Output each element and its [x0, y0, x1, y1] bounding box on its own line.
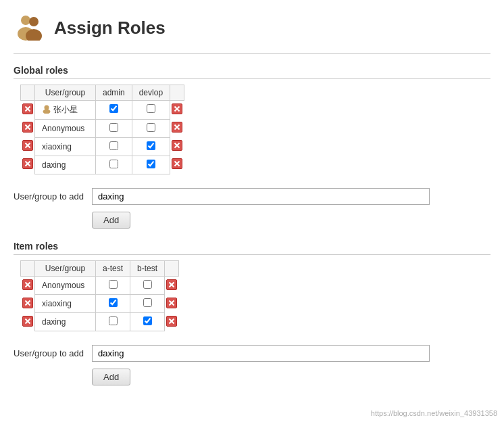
remove-button[interactable]	[166, 279, 177, 290]
table-row: xiaoxing	[21, 137, 184, 156]
remove-button[interactable]	[22, 316, 33, 327]
user-cell: Anonymous	[35, 119, 96, 137]
item-add-input[interactable]	[92, 345, 430, 362]
devlop-checkbox[interactable]	[147, 141, 155, 150]
user-name: daxing	[42, 317, 66, 327]
remove-button[interactable]	[172, 140, 182, 151]
admin-checkbox[interactable]	[109, 160, 118, 168]
devlop-cell	[132, 137, 170, 156]
remove-left-cell	[21, 137, 35, 156]
person-icon	[42, 104, 51, 116]
remove-button[interactable]	[172, 158, 182, 169]
item-add-section: User/group to add	[14, 345, 490, 362]
col-header-admin: admin	[96, 85, 132, 101]
remove-right-cell	[165, 313, 179, 331]
remove-right-cell	[165, 276, 179, 295]
user-cell: 张小星	[35, 101, 96, 120]
svg-point-0	[21, 16, 30, 25]
remove-left-cell	[21, 313, 35, 331]
table-row: xiaoxing	[21, 295, 179, 313]
user-name: daxing	[42, 160, 66, 170]
remove-left-cell	[21, 295, 35, 313]
remove-button[interactable]	[166, 316, 177, 327]
table-row: Anonymous	[21, 276, 179, 295]
btest-checkbox[interactable]	[143, 316, 152, 325]
global-add-label: User/group to add	[14, 191, 84, 202]
item-roles-table: User/group a-test b-test Anonymousxiaoxi…	[20, 260, 179, 332]
atest-checkbox[interactable]	[109, 280, 118, 289]
btest-cell	[130, 276, 165, 295]
global-roles-title: Global roles	[14, 65, 490, 79]
remove-right-cell	[170, 156, 184, 174]
table-row: 张小星	[21, 101, 184, 120]
remove-left-cell	[21, 119, 35, 137]
admin-cell	[96, 137, 132, 156]
item-add-label: User/group to add	[14, 348, 84, 358]
atest-cell	[96, 313, 130, 331]
admin-checkbox[interactable]	[109, 104, 118, 113]
item-roles-title: Item roles	[14, 241, 490, 255]
page-header: Assign Roles	[14, 7, 490, 54]
global-add-button[interactable]: Add	[92, 212, 130, 229]
admin-cell	[96, 101, 132, 120]
remove-right-cell	[170, 137, 184, 156]
remove-right-cell	[165, 295, 179, 313]
remove-button[interactable]	[22, 279, 33, 290]
svg-point-2	[29, 17, 39, 26]
remove-button[interactable]	[22, 158, 33, 169]
item-col-header-remove	[165, 260, 179, 276]
devlop-checkbox[interactable]	[147, 160, 155, 168]
table-row: Anonymous	[21, 119, 184, 137]
remove-left-cell	[21, 101, 35, 120]
admin-checkbox[interactable]	[109, 123, 118, 132]
user-cell: xiaoxing	[35, 295, 96, 313]
table-row: daxing	[21, 313, 179, 331]
btest-cell	[130, 313, 165, 331]
atest-checkbox[interactable]	[109, 316, 118, 325]
col-header-devlop: devlop	[132, 85, 170, 101]
admin-checkbox[interactable]	[109, 141, 118, 150]
remove-button[interactable]	[22, 140, 33, 151]
atest-checkbox[interactable]	[109, 298, 118, 307]
remove-button[interactable]	[22, 298, 33, 308]
remove-left-cell	[21, 156, 35, 174]
remove-button[interactable]	[172, 103, 182, 114]
user-cell: daxing	[35, 313, 96, 331]
user-cell: daxing	[35, 156, 96, 174]
devlop-checkbox[interactable]	[147, 123, 155, 132]
global-roles-section: Global roles User/group admin devlop 张小星…	[14, 65, 490, 174]
item-col-header-empty	[21, 260, 35, 276]
user-cell: Anonymous	[35, 276, 96, 295]
users-icon	[14, 14, 46, 43]
item-col-header-atest: a-test	[96, 260, 130, 276]
remove-button[interactable]	[166, 298, 177, 308]
user-name: xiaoxing	[42, 142, 72, 151]
remove-left-cell	[21, 276, 35, 295]
devlop-cell	[132, 119, 170, 137]
item-add-button[interactable]: Add	[92, 369, 130, 385]
remove-button[interactable]	[22, 103, 33, 114]
admin-cell	[96, 156, 132, 174]
global-add-input[interactable]	[92, 188, 430, 205]
item-roles-section: Item roles User/group a-test b-test Anon…	[14, 241, 490, 332]
remove-button[interactable]	[22, 122, 33, 133]
svg-point-5	[43, 109, 51, 114]
item-col-header-usergroup: User/group	[35, 260, 96, 276]
item-add-button-row: Add	[92, 369, 490, 385]
devlop-cell	[132, 156, 170, 174]
global-roles-table: User/group admin devlop 张小星Anonymousxiao…	[20, 85, 184, 174]
global-add-button-row: Add	[92, 212, 490, 229]
devlop-checkbox[interactable]	[147, 104, 155, 113]
remove-right-cell	[170, 101, 184, 120]
btest-checkbox[interactable]	[143, 298, 152, 307]
col-header-usergroup: User/group	[35, 85, 96, 101]
btest-cell	[130, 295, 165, 313]
remove-button[interactable]	[172, 122, 182, 133]
user-name: xiaoxing	[42, 299, 72, 308]
atest-cell	[96, 276, 130, 295]
table-row: daxing	[21, 156, 184, 174]
svg-point-4	[45, 105, 49, 110]
btest-checkbox[interactable]	[143, 280, 152, 289]
atest-cell	[96, 295, 130, 313]
col-header-remove	[170, 85, 184, 101]
